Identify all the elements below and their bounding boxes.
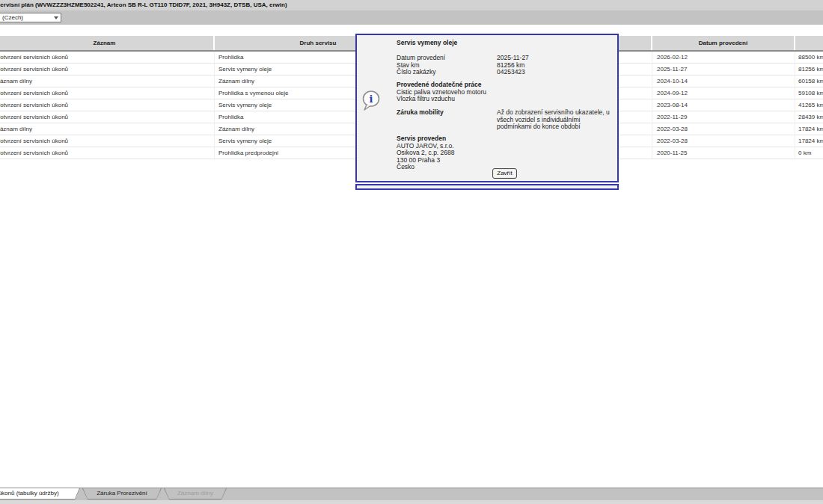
table-cell: 41265 km: [795, 99, 823, 111]
table-cell: Potvrzení servisních úkonů: [0, 135, 215, 147]
language-select[interactable]: (Czech): [0, 13, 61, 22]
column-header: Záznam: [0, 36, 215, 50]
provider-section: Servis proveden AUTO JAROV, s.r.o.Osikov…: [397, 135, 455, 171]
table-cell: 17824 km: [795, 135, 823, 147]
tab-corrosion-warranty[interactable]: Záruka Prorezivění: [82, 488, 162, 500]
tab-label: Potvrzení servisních úkonů (tabulky údrž…: [0, 488, 79, 499]
table-cell: 2025-11-27: [652, 64, 795, 75]
mobility-value: Až do zobrazení servisního ukazatele, u …: [497, 109, 617, 131]
table-cell: Potvrzení servisních úkonů: [0, 111, 215, 123]
window-title-bar: Servisní plán (WVWZZZ3HZME502241, Arteon…: [0, 0, 823, 10]
page-title: Servisní plán (WVWZZZ3HZME502241, Arteon…: [0, 1, 287, 8]
language-select-value: (Czech): [2, 14, 23, 21]
table-cell: Záznam dílny: [0, 123, 215, 135]
table-cell: 59108 km: [795, 87, 823, 99]
table-cell: 88500 km: [795, 52, 823, 63]
tab-label: Záznam dílny: [165, 488, 226, 499]
provider-lines: AUTO JAROV, s.r.o.Osikova 2, c.p. 268813…: [397, 143, 455, 171]
additional-work-item: Vlozka filtru vzduchu: [397, 96, 486, 103]
field-value: 04253423: [497, 69, 529, 76]
additional-work-section: Provedené dodatečné práce Cistic paliva …: [397, 82, 486, 103]
mobility-label: Záruka mobility: [397, 109, 497, 131]
column-header: [795, 36, 823, 50]
svg-text:i: i: [370, 93, 373, 105]
table-cell: Potvrzení servisních úkonů: [0, 64, 215, 75]
mobility-section: Záruka mobility Až do zobrazení servisní…: [397, 109, 617, 131]
dialog-title: Servis vymeny oleje: [397, 40, 457, 47]
tab-bar-lower-strip: [0, 500, 823, 504]
table-cell: Potvrzení servisních úkonů: [0, 87, 215, 99]
column-header: Datum provedení: [652, 36, 795, 50]
table-cell: 2024-10-14: [652, 76, 795, 87]
dialog-footer-strip: [355, 184, 619, 190]
table-cell: Potvrzení servisních úkonů: [0, 147, 215, 159]
table-cell: 60158 km: [795, 76, 823, 87]
toolbar: (Czech): [0, 10, 823, 25]
table-cell: 28439 km: [795, 111, 823, 123]
field-label: Číslo zakázky: [397, 69, 497, 76]
table-cell: Potvrzení servisních úkonů: [0, 52, 215, 63]
additional-work-items: Cistic paliva vznetoveho motoruVlozka fi…: [397, 89, 486, 103]
table-cell: 2022-11-29: [652, 111, 795, 123]
table-cell: 2022-03-28: [652, 123, 795, 135]
table-cell: Záznam dílny: [0, 76, 215, 87]
table-cell: 2024-09-12: [652, 87, 795, 99]
close-button[interactable]: Zavřít: [492, 168, 516, 179]
bottom-tab-bar: Potvrzení servisních úkonů (tabulky údrž…: [0, 488, 823, 504]
tab-service-confirmations[interactable]: Potvrzení servisních úkonů (tabulky údrž…: [0, 488, 80, 500]
table-cell: 2022-03-28: [652, 135, 795, 147]
table-cell: Potvrzení servisních úkonů: [0, 99, 215, 111]
table-cell: 0 km: [795, 147, 823, 159]
tab-label: Záruka Prorezivění: [83, 488, 161, 499]
table-cell: 81256 km: [795, 64, 823, 75]
table-cell: 17824 km: [795, 123, 823, 135]
table-cell: 2023-08-14: [652, 99, 795, 111]
chevron-down-icon: [54, 16, 58, 19]
info-bubble-icon: i: [362, 90, 382, 112]
table-cell: 2020-11-25: [652, 147, 795, 159]
service-detail-dialog: i Servis vymeny oleje Datum provedení202…: [355, 34, 619, 182]
table-cell: 2026-02-12: [652, 52, 795, 63]
dialog-button-row: Zavřít: [397, 168, 613, 179]
dialog-fields: Datum provedení2025-11-27Stav km81256 km…: [397, 55, 529, 76]
tab-workshop-record: Záznam dílny: [164, 488, 227, 500]
